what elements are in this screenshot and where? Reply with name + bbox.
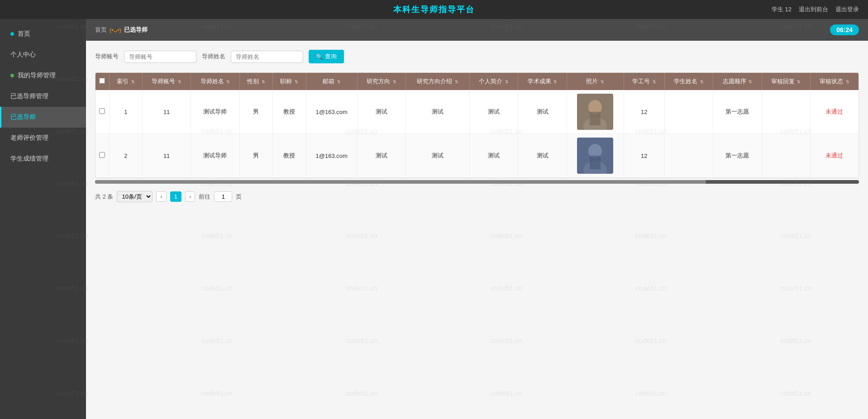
cell-title: 教授 (273, 134, 306, 178)
breadcrumb-home[interactable]: 首页 (95, 26, 107, 34)
th-photo: 照片 ⇅ (567, 73, 624, 90)
th-bio: 个人简介 ⇅ (470, 73, 518, 90)
cell-research1: 测试 (357, 134, 405, 178)
th-research1: 研究方向 ⇅ (357, 73, 405, 90)
th-student-id: 学工号 ⇅ (624, 73, 664, 90)
scrollbar-thumb[interactable] (95, 180, 706, 184)
goto-page-input[interactable] (214, 191, 232, 202)
cell-account: 11 (143, 90, 191, 134)
next-page-btn[interactable]: › (185, 191, 195, 202)
sidebar-item-home[interactable]: 首页 (0, 24, 86, 44)
page-header: 首页 (•ᴗ•) 已选导师 06:24 (86, 19, 868, 41)
cell-achievement: 测试 (518, 90, 567, 134)
search-bar: 导师账号 导师姓名 🔍 查询 (95, 50, 859, 63)
cell-review-reply (762, 134, 810, 178)
row-checkbox-cell (95, 134, 109, 178)
photo-container (577, 94, 613, 130)
logout-btn[interactable]: 退出登录 (835, 5, 859, 14)
cell-email: 1@163.com (306, 134, 357, 178)
cell-research2: 测试 (406, 134, 470, 178)
breadcrumb: 首页 (•ᴗ•) 已选导师 (95, 26, 148, 34)
sidebar-item-my-mentor[interactable]: 我的导师管理 (0, 65, 86, 86)
cell-account: 11 (143, 134, 191, 178)
layout: 首页 个人中心 我的导师管理 已选导师管理 已选导师 老师评价管理 学生成绩管理… (0, 19, 868, 419)
sort-research2-icon: ⇅ (455, 80, 458, 84)
sidebar-item-selected-mentor-mgmt[interactable]: 已选导师管理 (0, 86, 86, 107)
sort-bio-icon: ⇅ (505, 80, 509, 84)
sort-name-icon: ⇅ (226, 80, 230, 84)
sort-student-id-icon: ⇅ (653, 80, 656, 84)
cell-student-id: 12 (624, 134, 664, 178)
sidebar-home-label: 首页 (18, 30, 30, 38)
row-checkbox-0[interactable] (99, 108, 105, 114)
cell-research1: 测试 (357, 90, 405, 134)
sidebar-item-selected-mentor[interactable]: 已选导师 (0, 107, 86, 128)
cell-achievement: 测试 (518, 134, 567, 178)
breadcrumb-emoji: (•ᴗ•) (110, 27, 121, 33)
main-content: 首页 (•ᴗ•) 已选导师 06:24 导师账号 导师姓名 🔍 查询 (86, 19, 868, 419)
cell-title: 教授 (273, 90, 306, 134)
cell-photo (567, 90, 624, 134)
sidebar-profile-label: 个人中心 (10, 51, 36, 59)
search-icon: 🔍 (316, 53, 323, 60)
cell-student-id: 12 (624, 90, 664, 134)
account-label: 导师账号 (95, 52, 119, 61)
cell-preference: 第一志愿 (713, 90, 762, 134)
table-row: 2 11 测试导师 男 教授 1@163.com 测试 测试 测试 测试 (95, 134, 858, 178)
account-input[interactable] (124, 51, 196, 63)
home-dot (10, 32, 14, 36)
cell-student-name (664, 134, 713, 178)
sidebar-item-student-grade[interactable]: 学生成绩管理 (0, 148, 86, 169)
row-checkbox-cell (95, 90, 109, 134)
sort-research1-icon: ⇅ (393, 80, 396, 84)
top-header: 本科生导师指导平台 学生 12 退出到前台 退出登录 (0, 0, 868, 19)
th-student-name: 学生姓名 ⇅ (664, 73, 713, 90)
sort-student-name-icon: ⇅ (700, 80, 704, 84)
sidebar: 首页 个人中心 我的导师管理 已选导师管理 已选导师 老师评价管理 学生成绩管理 (0, 19, 86, 419)
th-review-status: 审核状态 ⇅ (810, 73, 858, 90)
my-mentor-dot (10, 74, 14, 77)
page-1-btn[interactable]: 1 (170, 191, 181, 202)
mentor-table: 索引 ⇅ 导师账号 ⇅ 导师姓名 ⇅ (95, 73, 858, 178)
table-wrapper: 索引 ⇅ 导师账号 ⇅ 导师姓名 ⇅ (95, 72, 859, 178)
sort-review-status-icon: ⇅ (846, 80, 849, 84)
th-index: 索引 ⇅ (109, 73, 143, 90)
sidebar-item-teacher-eval[interactable]: 老师评价管理 (0, 128, 86, 148)
cell-email: 1@163.com (306, 90, 357, 134)
breadcrumb-current: 已选导师 (124, 26, 148, 34)
pagination-bar: 共 2 条 10条/页 20条/页 50条/页 ‹ 1 › 前往 页 (95, 186, 859, 208)
search-btn-label: 查询 (325, 52, 337, 61)
sort-account-icon: ⇅ (178, 80, 181, 84)
photo-container (577, 138, 613, 174)
cell-index: 2 (109, 134, 143, 178)
cell-name: 测试导师 (191, 134, 239, 178)
back-to-front-btn[interactable]: 退出到前台 (799, 5, 828, 14)
sort-preference-icon: ⇅ (749, 80, 752, 84)
cell-bio: 测试 (470, 90, 518, 134)
page-size-select[interactable]: 10条/页 20条/页 50条/页 (117, 191, 153, 202)
sort-achievement-icon: ⇅ (553, 80, 557, 84)
cell-review-status: 未通过 (810, 90, 858, 134)
search-button[interactable]: 🔍 查询 (309, 50, 344, 63)
goto-label: 前往 (199, 193, 210, 201)
th-checkbox (95, 73, 109, 90)
top-header-right: 学生 12 退出到前台 退出登录 (772, 5, 859, 14)
sidebar-my-mentor-label: 我的导师管理 (18, 71, 56, 80)
th-name: 导师姓名 ⇅ (191, 73, 239, 90)
sidebar-student-grade-label: 学生成绩管理 (10, 155, 48, 163)
sort-email-icon: ⇅ (337, 80, 341, 84)
row-checkbox-1[interactable] (99, 152, 105, 158)
cell-student-name (664, 90, 713, 134)
total-label: 共 2 条 (95, 193, 113, 201)
cell-review-reply (762, 90, 810, 134)
th-research2: 研究方向介绍 ⇅ (406, 73, 470, 90)
cell-review-status: 未通过 (810, 134, 858, 178)
sort-gender-icon: ⇅ (262, 80, 265, 84)
page-unit-label: 页 (236, 193, 242, 201)
select-all-checkbox[interactable] (99, 78, 105, 84)
sidebar-item-profile[interactable]: 个人中心 (0, 44, 86, 65)
horizontal-scrollbar[interactable] (95, 180, 859, 184)
name-input[interactable] (231, 51, 303, 63)
content-body: 导师账号 导师姓名 🔍 查询 (86, 41, 868, 217)
prev-page-btn[interactable]: ‹ (156, 191, 166, 202)
